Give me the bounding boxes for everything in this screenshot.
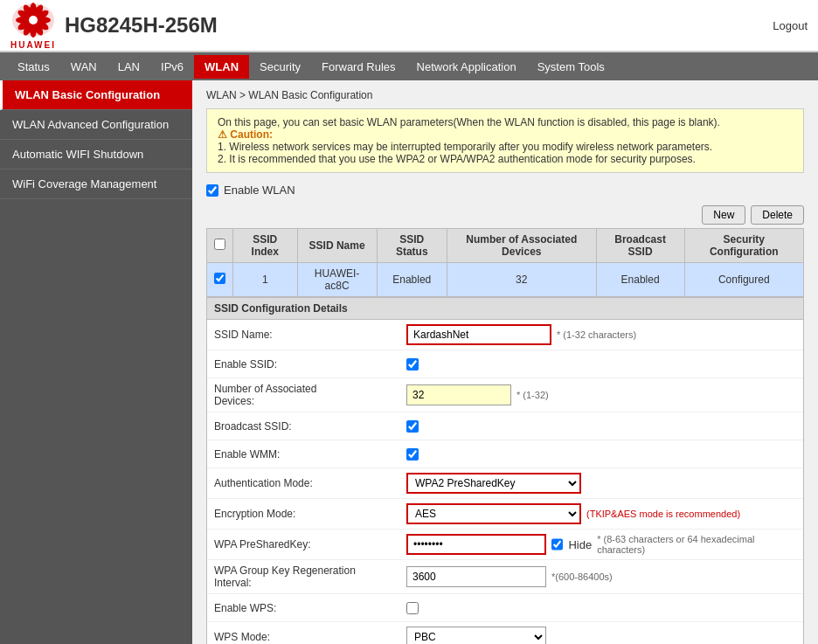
enable-wlan-label: Enable WLAN xyxy=(224,184,295,197)
row-status: Enabled xyxy=(377,263,447,297)
enable-wlan-checkbox[interactable] xyxy=(206,184,218,197)
broadcast-ssid-label: Broadcast SSID: xyxy=(214,420,406,433)
delete-button[interactable]: Delete xyxy=(751,205,804,225)
row-associated: 32 xyxy=(447,263,596,297)
ssid-name-input[interactable] xyxy=(406,324,551,345)
row-security: Configured xyxy=(684,263,803,297)
nav-forward-rules[interactable]: Forward Rules xyxy=(311,55,406,79)
hide-label: Hide xyxy=(568,538,592,551)
breadcrumb: WLAN > WLAN Basic Configuration xyxy=(206,89,804,101)
sidebar-item-wlan-advanced[interactable]: WLAN Advanced Configuration xyxy=(0,110,192,140)
group-key-row: WPA Group Key RegenerationInterval: *(60… xyxy=(207,560,803,594)
enable-ssid-checkbox[interactable] xyxy=(406,358,419,370)
nav-system-tools[interactable]: System Tools xyxy=(527,55,615,79)
associated-hint: * (1-32) xyxy=(516,390,549,400)
config-details: SSID Configuration Details SSID Name: * … xyxy=(206,297,804,644)
enable-ssid-row: Enable SSID: xyxy=(207,350,803,378)
col-ssid-index: SSID Index xyxy=(233,229,298,263)
row-checkbox[interactable] xyxy=(214,273,225,284)
enable-ssid-label: Enable SSID: xyxy=(214,358,406,370)
sidebar-item-wlan-basic[interactable]: WLAN Basic Configuration xyxy=(0,80,192,110)
col-associated: Number of Associated Devices xyxy=(447,229,596,263)
svg-point-13 xyxy=(29,16,38,24)
row-broadcast: Enabled xyxy=(596,263,684,297)
enable-wlan-row: Enable WLAN xyxy=(206,184,804,197)
nav-status[interactable]: Status xyxy=(7,55,60,79)
broadcast-ssid-row: Broadcast SSID: xyxy=(207,412,803,440)
nav-lan[interactable]: LAN xyxy=(107,55,150,79)
group-key-input[interactable] xyxy=(406,566,546,587)
table-controls: New Delete xyxy=(206,205,804,225)
encryption-row: Encryption Mode: AES TKIP TKIP&AES (TKIP… xyxy=(207,499,803,530)
col-security: Security Configuration xyxy=(684,229,803,263)
enable-wps-row: Enable WPS: xyxy=(207,594,803,622)
logout-button[interactable]: Logout xyxy=(773,19,808,32)
info-box: On this page, you can set basic WLAN par… xyxy=(206,108,804,173)
table-row[interactable]: 1 HUAWEI-ac8C Enabled 32 Enabled Configu… xyxy=(207,263,804,297)
col-index xyxy=(207,229,233,263)
new-button[interactable]: New xyxy=(702,205,745,225)
sidebar: WLAN Basic Configuration WLAN Advanced C… xyxy=(0,80,192,644)
auth-mode-label: Authentication Mode: xyxy=(214,477,406,489)
auth-mode-row: Authentication Mode: WPA PreSharedKey WP… xyxy=(207,468,803,499)
nav-network-application[interactable]: Network Application xyxy=(406,55,527,79)
nav-bar: Status WAN LAN IPv6 WLAN Security Forwar… xyxy=(0,52,818,80)
associated-row: Number of AssociatedDevices: * (1-32) xyxy=(207,378,803,412)
sidebar-item-wifi-coverage[interactable]: WiFi Coverage Management xyxy=(0,170,192,199)
enable-wps-label: Enable WPS: xyxy=(214,602,406,614)
group-key-hint: *(600-86400s) xyxy=(551,571,613,582)
caution-label: ⚠ Caution: xyxy=(218,128,793,141)
nav-wlan[interactable]: WLAN xyxy=(194,55,249,79)
ssid-name-row: SSID Name: * (1-32 characters) xyxy=(207,320,803,350)
col-ssid-status: SSID Status xyxy=(377,229,447,263)
enable-wps-checkbox[interactable] xyxy=(406,602,419,614)
col-broadcast: Broadcast SSID xyxy=(596,229,684,263)
row-index: 1 xyxy=(233,263,298,297)
encryption-hint: (TKIP&AES mode is recommended) xyxy=(586,509,740,519)
sidebar-item-auto-wifi[interactable]: Automatic WIFI Shutdown xyxy=(0,140,192,170)
ssid-table: SSID Index SSID Name SSID Status Number … xyxy=(206,228,804,297)
nav-ipv6[interactable]: IPv6 xyxy=(150,55,194,79)
info-line1: 1. Wireless network services may be inte… xyxy=(218,141,793,153)
presharedkey-hint: * (8-63 characters or 64 hexadecimal cha… xyxy=(597,534,796,555)
enable-wmm-row: Enable WMM: xyxy=(207,440,803,468)
hide-checkbox[interactable] xyxy=(551,538,563,551)
enable-wmm-checkbox[interactable] xyxy=(406,448,419,460)
config-header: SSID Configuration Details xyxy=(207,298,803,320)
broadcast-ssid-checkbox[interactable] xyxy=(406,420,419,433)
content-area: WLAN > WLAN Basic Configuration On this … xyxy=(192,80,818,644)
info-main-text: On this page, you can set basic WLAN par… xyxy=(218,116,793,128)
select-all-checkbox[interactable] xyxy=(214,239,225,250)
associated-label: Number of AssociatedDevices: xyxy=(214,383,406,407)
auth-mode-select[interactable]: WPA PreSharedKey WPA2 PreSharedKey WPA/W… xyxy=(406,473,581,494)
col-ssid-name: SSID Name xyxy=(297,229,377,263)
encryption-select[interactable]: AES TKIP TKIP&AES xyxy=(406,503,581,524)
huawei-logo: HUAWEI xyxy=(10,2,56,50)
wps-mode-row: WPS Mode: PBC PIN xyxy=(207,622,803,644)
nav-wan[interactable]: WAN xyxy=(60,55,107,79)
wps-mode-select[interactable]: PBC PIN xyxy=(406,627,546,644)
row-checkbox-cell xyxy=(207,263,233,297)
row-name: HUAWEI-ac8C xyxy=(297,263,377,297)
ssid-name-hint: * (1-32 characters) xyxy=(557,329,636,340)
ssid-name-label: SSID Name: xyxy=(214,329,406,341)
presharedkey-label: WPA PreSharedKey: xyxy=(214,538,406,551)
brand-title: HG8245H-256M xyxy=(65,13,773,38)
presharedkey-row: WPA PreSharedKey: Hide * (8-63 character… xyxy=(207,530,803,560)
enable-wmm-label: Enable WMM: xyxy=(214,448,406,460)
wps-mode-label: WPS Mode: xyxy=(214,631,406,643)
nav-security[interactable]: Security xyxy=(249,55,311,79)
group-key-label: WPA Group Key RegenerationInterval: xyxy=(214,564,406,589)
encryption-label: Encryption Mode: xyxy=(214,508,406,520)
info-line2: 2. It is recommended that you use the WP… xyxy=(218,153,793,165)
presharedkey-input[interactable] xyxy=(406,534,546,555)
associated-input[interactable] xyxy=(406,384,511,405)
